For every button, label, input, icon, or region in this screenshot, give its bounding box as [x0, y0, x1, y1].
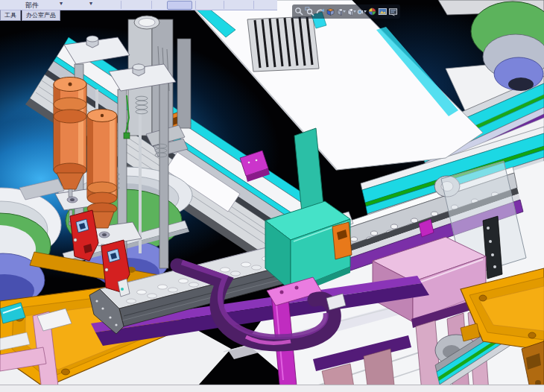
- main-toolbar: 部件 ▾ ▾: [0, 0, 277, 10]
- zoom-to-fit-icon[interactable]: [294, 6, 304, 17]
- tab-office-products[interactable]: 办公室产品: [22, 10, 60, 21]
- toolbar-separator: [253, 1, 254, 9]
- orange-bracket-carriage[interactable]: [332, 222, 352, 259]
- toolbar-separator: [121, 1, 121, 9]
- display-style-icon[interactable]: [347, 6, 356, 17]
- view-toolbar: [292, 4, 400, 19]
- tab-tools[interactable]: 工具: [0, 10, 21, 21]
- chevron-down-icon[interactable]: [364, 10, 367, 13]
- active-tool-button[interactable]: [167, 1, 192, 10]
- toolbar-separator: [151, 1, 152, 9]
- edit-appearance-icon[interactable]: [367, 6, 377, 17]
- view-settings-icon[interactable]: [388, 6, 398, 17]
- zoom-to-area-icon[interactable]: [305, 6, 314, 17]
- dropdown-caret[interactable]: ▾: [89, 0, 92, 7]
- dropdown-caret[interactable]: ▾: [60, 0, 63, 7]
- toolbar-separator: [224, 1, 224, 9]
- cad-application-window: 部件 ▾ ▾ 工具 办公室产品: [0, 0, 544, 392]
- toolbar-separator: [195, 1, 196, 9]
- vented-cover[interactable]: [247, 12, 326, 72]
- view-orientation-icon[interactable]: [336, 6, 346, 17]
- command-tabs: 工具 办公室产品: [0, 10, 149, 20]
- status-bar: [0, 385, 544, 392]
- apply-scene-icon[interactable]: [378, 6, 388, 17]
- tab-tools-label: 工具: [4, 12, 16, 19]
- chevron-down-icon[interactable]: [343, 10, 346, 13]
- chevron-down-icon[interactable]: [353, 10, 356, 13]
- hide-show-items-icon[interactable]: [357, 6, 367, 17]
- tab-office-products-label: 办公室产品: [26, 12, 56, 19]
- section-view-icon[interactable]: [326, 6, 335, 17]
- cad-3d-viewport[interactable]: [0, 0, 544, 392]
- previous-view-icon[interactable]: [315, 6, 325, 17]
